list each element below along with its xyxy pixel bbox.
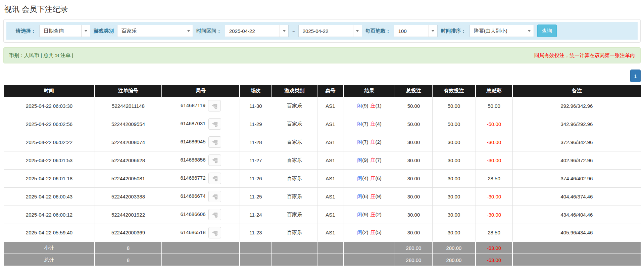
game-type-value: 百家乐 xyxy=(121,28,137,34)
table-row: 2025-04-22 06:00:12 522442001922 6146866… xyxy=(4,206,641,224)
col-header-session: 场次 xyxy=(240,85,272,97)
result-player-score: (7) xyxy=(362,139,368,145)
cell-valid-bet: 30.00 xyxy=(432,133,476,151)
cell-round-id: 614686856 xyxy=(162,151,240,169)
search-button[interactable]: 查询 xyxy=(537,25,557,37)
query-type-value: 日期查询 xyxy=(44,28,64,34)
video-replay-button[interactable] xyxy=(208,227,221,238)
filter-panel: 请选择： 日期查询 游戏类别 百家乐 时间区间： 2025-04-22 ~ 20… xyxy=(3,19,641,43)
cell-total-bet-link[interactable]: 30.00 xyxy=(395,151,432,169)
cell-valid-bet: 50.00 xyxy=(432,115,476,133)
cell-result: 闲(4)庄(6) xyxy=(344,169,395,187)
date-to-select[interactable]: 2025-04-22 xyxy=(298,25,362,37)
cell-result: 闲(7)庄(2) xyxy=(344,133,395,151)
table-row: 2025-04-22 06:03:30 522442011148 6146871… xyxy=(4,97,641,115)
cell-valid-bet: 30.00 xyxy=(432,169,476,187)
date-from-select[interactable]: 2025-04-22 xyxy=(225,25,289,37)
cell-total-bet-link[interactable]: 50.00 xyxy=(395,97,432,115)
cell-total-bet-link[interactable]: 30.00 xyxy=(395,187,432,206)
game-type-select[interactable]: 百家乐 xyxy=(117,25,193,37)
table-row: 2025-04-22 06:02:56 522442009554 6146870… xyxy=(4,115,641,133)
total-count: 8 xyxy=(95,254,162,266)
cell-table-no: AS1 xyxy=(317,169,344,187)
cell-round-id: 614686674 xyxy=(162,187,240,206)
cell-time: 2025-04-22 06:01:53 xyxy=(4,151,95,169)
cell-round-id: 614686772 xyxy=(162,169,240,187)
cell-bet-id: 522442006628 xyxy=(95,151,162,169)
video-replay-button[interactable] xyxy=(208,191,221,202)
result-banker-label: 庄 xyxy=(370,139,376,145)
cell-remark: 374.46/402.96 xyxy=(512,169,641,187)
result-player-label: 闲 xyxy=(357,121,362,127)
sort-order-select[interactable]: 降幂(由大到小) xyxy=(469,25,534,37)
cell-valid-bet: 30.00 xyxy=(432,206,476,224)
chevron-down-icon xyxy=(184,25,193,37)
page-1-button[interactable]: 1 xyxy=(630,70,641,82)
cell-time: 2025-04-22 06:02:22 xyxy=(4,133,95,151)
cell-time: 2025-04-22 06:03:30 xyxy=(4,97,95,115)
col-header-time: 时间 xyxy=(4,85,95,97)
total-label: 总计 xyxy=(4,254,95,266)
round-id-text: 614686772 xyxy=(180,175,205,181)
sort-order-value: 降幂(由大到小) xyxy=(474,28,507,34)
result-player-label: 闲 xyxy=(357,193,362,199)
cell-remark: 404.46/374.46 xyxy=(512,187,641,206)
query-type-label: 请选择： xyxy=(16,28,36,34)
col-header-game-type: 游戏类别 xyxy=(272,85,317,97)
result-banker-label: 庄 xyxy=(370,193,376,199)
cell-table-no: AS1 xyxy=(317,224,344,242)
pagination: 1 xyxy=(3,70,641,82)
video-replay-button[interactable] xyxy=(208,173,221,184)
total-valid-bet: 280.00 xyxy=(432,254,476,266)
result-player-score: (7) xyxy=(362,121,368,127)
cell-payout: -30.00 xyxy=(476,206,512,224)
per-page-value: 100 xyxy=(398,28,407,34)
cell-remark: 402.96/372.96 xyxy=(512,151,641,169)
result-banker-score: (7) xyxy=(376,157,382,163)
subtotal-row: 小计 8 280.00 280.00 -63.00 xyxy=(4,242,641,254)
bet-records-table: 时间 注单编号 局号 场次 游戏类别 桌号 结果 总投注 有效投注 总派彩 备注… xyxy=(3,85,641,266)
cell-payout: 28.50 xyxy=(476,224,512,242)
chevron-down-icon xyxy=(429,25,437,37)
cell-remark: 342.96/292.96 xyxy=(512,115,641,133)
video-replay-button[interactable] xyxy=(208,100,221,111)
cell-total-bet-link[interactable]: 50.00 xyxy=(395,115,432,133)
cell-payout: 50.00 xyxy=(476,97,512,115)
round-id-text: 614686856 xyxy=(180,157,205,163)
cell-bet-id: 522442003388 xyxy=(95,187,162,206)
cell-bet-id: 522442001922 xyxy=(95,206,162,224)
table-body: 2025-04-22 06:03:30 522442011148 6146871… xyxy=(4,97,641,242)
per-page-select[interactable]: 100 xyxy=(394,25,438,37)
col-header-round-id: 局号 xyxy=(162,85,240,97)
cell-round-id: 614686606 xyxy=(162,206,240,224)
cell-payout: -30.00 xyxy=(476,151,512,169)
cell-table-no: AS1 xyxy=(317,206,344,224)
cell-table-no: AS1 xyxy=(317,115,344,133)
result-player-label: 闲 xyxy=(357,157,362,163)
cell-total-bet-link[interactable]: 30.00 xyxy=(395,133,432,151)
cell-total-bet-link[interactable]: 30.00 xyxy=(395,224,432,242)
col-header-remark: 备注 xyxy=(512,85,641,97)
video-replay-button[interactable] xyxy=(208,118,221,130)
cell-game-type: 百家乐 xyxy=(272,224,317,242)
round-id-text: 614686945 xyxy=(180,139,205,144)
cell-session: 11-26 xyxy=(240,169,272,187)
cell-remark: 405.96/434.46 xyxy=(512,224,641,242)
query-type-select[interactable]: 日期查询 xyxy=(39,25,90,37)
date-from-value: 2025-04-22 xyxy=(229,28,255,34)
result-banker-label: 庄 xyxy=(370,229,376,235)
cell-game-type: 百家乐 xyxy=(272,206,317,224)
summary-bar: 币别：人民币 | 总共 :8 注单 | 同局有效投注，统一计算在该局第一张注单内 xyxy=(3,47,641,63)
round-id-text: 614687031 xyxy=(180,121,205,126)
video-replay-button[interactable] xyxy=(208,154,221,166)
cell-total-bet-link[interactable]: 30.00 xyxy=(395,206,432,224)
video-replay-button[interactable] xyxy=(208,209,221,220)
cell-session: 11-24 xyxy=(240,206,272,224)
cell-remark: 434.46/404.46 xyxy=(512,206,641,224)
per-page-label: 每页笔数： xyxy=(365,28,391,34)
cell-total-bet-link[interactable]: 30.00 xyxy=(395,169,432,187)
cell-game-type: 百家乐 xyxy=(272,169,317,187)
total-row: 总计 8 280.00 280.00 -63.00 xyxy=(4,254,641,266)
video-replay-button[interactable] xyxy=(208,136,221,148)
round-id-text: 614686518 xyxy=(180,229,205,235)
